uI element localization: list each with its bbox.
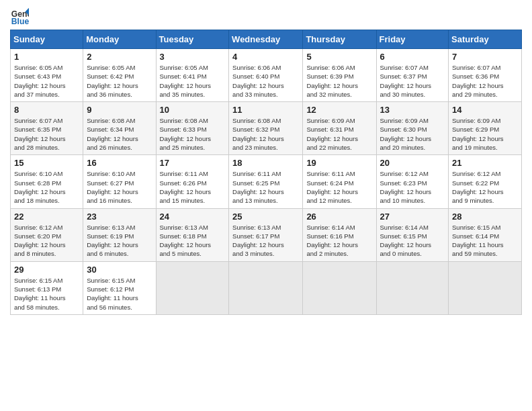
day-number: 19 — [306, 158, 372, 168]
day-info: Sunrise: 6:10 AMSunset: 6:28 PMDaylight:… — [14, 169, 79, 205]
day-number: 15 — [14, 158, 79, 168]
calendar-cell: 30Sunrise: 6:15 AMSunset: 6:12 PMDayligh… — [83, 261, 156, 314]
day-info: Sunrise: 6:11 AMSunset: 6:25 PMDaylight:… — [232, 169, 299, 205]
calendar-cell: 23Sunrise: 6:13 AMSunset: 6:19 PMDayligh… — [83, 208, 156, 261]
day-info: Sunrise: 6:07 AMSunset: 6:37 PMDaylight:… — [380, 63, 445, 99]
day-info: Sunrise: 6:15 AMSunset: 6:14 PMDaylight:… — [452, 223, 518, 259]
day-number: 9 — [87, 105, 152, 115]
day-number: 3 — [160, 52, 226, 62]
day-info: Sunrise: 6:09 AMSunset: 6:29 PMDaylight:… — [452, 116, 518, 152]
day-info: Sunrise: 6:13 AMSunset: 6:17 PMDaylight:… — [232, 223, 299, 259]
day-number: 8 — [14, 105, 79, 115]
day-info: Sunrise: 6:12 AMSunset: 6:22 PMDaylight:… — [452, 169, 518, 205]
calendar-cell: 7Sunrise: 6:07 AMSunset: 6:36 PMDaylight… — [449, 49, 522, 102]
calendar-cell: 16Sunrise: 6:10 AMSunset: 6:27 PMDayligh… — [83, 155, 156, 208]
day-info: Sunrise: 6:14 AMSunset: 6:15 PMDaylight:… — [380, 223, 445, 259]
day-number: 16 — [87, 158, 152, 168]
day-info: Sunrise: 6:05 AMSunset: 6:43 PMDaylight:… — [14, 63, 79, 99]
day-info: Sunrise: 6:05 AMSunset: 6:41 PMDaylight:… — [160, 63, 226, 99]
weekday-thursday: Thursday — [303, 30, 376, 49]
day-info: Sunrise: 6:05 AMSunset: 6:42 PMDaylight:… — [87, 63, 152, 99]
calendar-cell — [449, 261, 522, 314]
day-info: Sunrise: 6:08 AMSunset: 6:34 PMDaylight:… — [87, 116, 152, 152]
calendar-cell: 18Sunrise: 6:11 AMSunset: 6:25 PMDayligh… — [229, 155, 303, 208]
day-number: 28 — [452, 212, 518, 222]
weekday-tuesday: Tuesday — [156, 30, 229, 49]
day-info: Sunrise: 6:12 AMSunset: 6:23 PMDaylight:… — [380, 169, 445, 205]
day-info: Sunrise: 6:07 AMSunset: 6:36 PMDaylight:… — [452, 63, 518, 99]
calendar-cell: 29Sunrise: 6:15 AMSunset: 6:13 PMDayligh… — [11, 261, 83, 314]
week-row-5: 29Sunrise: 6:15 AMSunset: 6:13 PMDayligh… — [11, 261, 522, 314]
day-info: Sunrise: 6:11 AMSunset: 6:26 PMDaylight:… — [160, 169, 226, 205]
calendar-cell: 6Sunrise: 6:07 AMSunset: 6:37 PMDaylight… — [376, 49, 449, 102]
day-info: Sunrise: 6:09 AMSunset: 6:30 PMDaylight:… — [380, 116, 445, 152]
calendar-cell: 3Sunrise: 6:05 AMSunset: 6:41 PMDaylight… — [156, 49, 229, 102]
calendar-cell: 24Sunrise: 6:13 AMSunset: 6:18 PMDayligh… — [156, 208, 229, 261]
day-number: 27 — [380, 212, 445, 222]
day-number: 25 — [232, 212, 299, 222]
day-number: 6 — [380, 52, 445, 62]
calendar-cell: 22Sunrise: 6:12 AMSunset: 6:20 PMDayligh… — [11, 208, 83, 261]
logo-icon: General Blue — [10, 7, 29, 26]
calendar-cell: 12Sunrise: 6:09 AMSunset: 6:31 PMDayligh… — [303, 102, 376, 155]
calendar-cell: 25Sunrise: 6:13 AMSunset: 6:17 PMDayligh… — [229, 208, 303, 261]
day-info: Sunrise: 6:13 AMSunset: 6:19 PMDaylight:… — [87, 223, 152, 259]
calendar-cell: 4Sunrise: 6:06 AMSunset: 6:40 PMDaylight… — [229, 49, 303, 102]
calendar-cell — [156, 261, 229, 314]
day-number: 5 — [306, 52, 372, 62]
day-info: Sunrise: 6:08 AMSunset: 6:33 PMDaylight:… — [160, 116, 226, 152]
calendar-cell: 26Sunrise: 6:14 AMSunset: 6:16 PMDayligh… — [303, 208, 376, 261]
day-number: 12 — [306, 105, 372, 115]
logo: General Blue — [10, 7, 29, 26]
calendar-cell: 19Sunrise: 6:11 AMSunset: 6:24 PMDayligh… — [303, 155, 376, 208]
week-row-2: 8Sunrise: 6:07 AMSunset: 6:35 PMDaylight… — [11, 102, 522, 155]
day-number: 4 — [232, 52, 299, 62]
calendar: SundayMondayTuesdayWednesdayThursdayFrid… — [10, 30, 522, 315]
day-number: 23 — [87, 212, 152, 222]
calendar-cell: 28Sunrise: 6:15 AMSunset: 6:14 PMDayligh… — [449, 208, 522, 261]
day-number: 26 — [306, 212, 372, 222]
calendar-cell — [376, 261, 449, 314]
day-number: 21 — [452, 158, 518, 168]
weekday-friday: Friday — [376, 30, 449, 49]
calendar-cell: 2Sunrise: 6:05 AMSunset: 6:42 PMDaylight… — [83, 49, 156, 102]
calendar-cell: 20Sunrise: 6:12 AMSunset: 6:23 PMDayligh… — [376, 155, 449, 208]
day-number: 7 — [452, 52, 518, 62]
calendar-cell: 27Sunrise: 6:14 AMSunset: 6:15 PMDayligh… — [376, 208, 449, 261]
week-row-1: 1Sunrise: 6:05 AMSunset: 6:43 PMDaylight… — [11, 49, 522, 102]
day-info: Sunrise: 6:11 AMSunset: 6:24 PMDaylight:… — [306, 169, 372, 205]
calendar-cell: 9Sunrise: 6:08 AMSunset: 6:34 PMDaylight… — [83, 102, 156, 155]
weekday-monday: Monday — [83, 30, 156, 49]
day-info: Sunrise: 6:15 AMSunset: 6:12 PMDaylight:… — [87, 276, 152, 312]
day-number: 18 — [232, 158, 299, 168]
day-number: 13 — [380, 105, 445, 115]
day-info: Sunrise: 6:07 AMSunset: 6:35 PMDaylight:… — [14, 116, 79, 152]
day-info: Sunrise: 6:06 AMSunset: 6:39 PMDaylight:… — [306, 63, 372, 99]
day-info: Sunrise: 6:06 AMSunset: 6:40 PMDaylight:… — [232, 63, 299, 99]
page: General Blue SundayMondayTuesdayWednesda… — [0, 0, 532, 411]
day-info: Sunrise: 6:15 AMSunset: 6:13 PMDaylight:… — [14, 276, 79, 312]
day-number: 1 — [14, 52, 79, 62]
week-row-3: 15Sunrise: 6:10 AMSunset: 6:28 PMDayligh… — [11, 155, 522, 208]
calendar-cell: 15Sunrise: 6:10 AMSunset: 6:28 PMDayligh… — [11, 155, 83, 208]
day-number: 17 — [160, 158, 226, 168]
calendar-cell: 8Sunrise: 6:07 AMSunset: 6:35 PMDaylight… — [11, 102, 83, 155]
day-info: Sunrise: 6:14 AMSunset: 6:16 PMDaylight:… — [306, 223, 372, 259]
calendar-cell — [229, 261, 303, 314]
day-number: 10 — [160, 105, 226, 115]
week-row-4: 22Sunrise: 6:12 AMSunset: 6:20 PMDayligh… — [11, 208, 522, 261]
svg-text:Blue: Blue — [11, 17, 29, 26]
day-info: Sunrise: 6:12 AMSunset: 6:20 PMDaylight:… — [14, 223, 79, 259]
calendar-cell: 5Sunrise: 6:06 AMSunset: 6:39 PMDaylight… — [303, 49, 376, 102]
day-number: 30 — [87, 265, 152, 275]
day-info: Sunrise: 6:09 AMSunset: 6:31 PMDaylight:… — [306, 116, 372, 152]
day-number: 14 — [452, 105, 518, 115]
weekday-saturday: Saturday — [449, 30, 522, 49]
calendar-cell: 13Sunrise: 6:09 AMSunset: 6:30 PMDayligh… — [376, 102, 449, 155]
day-number: 22 — [14, 212, 79, 222]
weekday-sunday: Sunday — [11, 30, 83, 49]
calendar-cell: 14Sunrise: 6:09 AMSunset: 6:29 PMDayligh… — [449, 102, 522, 155]
day-number: 11 — [232, 105, 299, 115]
calendar-cell: 21Sunrise: 6:12 AMSunset: 6:22 PMDayligh… — [449, 155, 522, 208]
calendar-cell: 17Sunrise: 6:11 AMSunset: 6:26 PMDayligh… — [156, 155, 229, 208]
